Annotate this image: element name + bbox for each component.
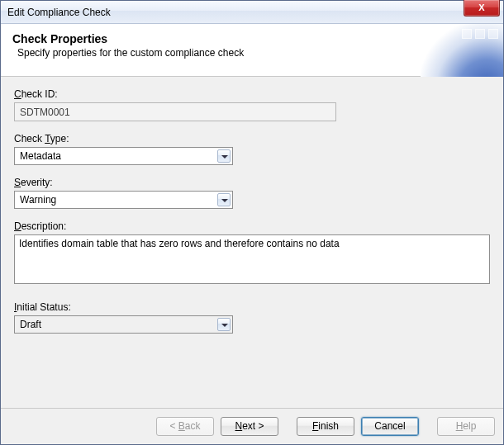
initial-status-field: Initial Status: Draft — [14, 301, 490, 334]
help-button: Help — [437, 417, 495, 436]
header-title: Check Properties — [12, 32, 492, 45]
next-button[interactable]: Next > — [221, 417, 278, 436]
severity-label: Severity: — [14, 177, 490, 188]
chevron-down-icon — [217, 318, 231, 331]
header-subtitle: Specify properties for the custom compli… — [12, 47, 492, 59]
check-type-label: Check Type: — [14, 133, 490, 144]
header-graphic — [421, 24, 503, 77]
initial-status-select[interactable]: Draft — [14, 315, 233, 334]
content-area: Check ID: Check Type: Metadata Severity:… — [1, 77, 503, 408]
description-field: Description: — [14, 220, 490, 286]
check-id-field: Check ID: — [14, 88, 490, 121]
chevron-down-icon — [217, 149, 231, 163]
back-button: < Back — [156, 417, 214, 436]
check-type-field: Check Type: Metadata — [14, 133, 490, 165]
check-id-label: Check ID: — [14, 88, 490, 100]
description-label: Description: — [14, 220, 490, 232]
button-bar: < Back Next > Finish Cancel Help — [1, 408, 503, 444]
chevron-down-icon — [217, 193, 231, 206]
finish-button[interactable]: Finish — [297, 417, 354, 436]
severity-field: Severity: Warning — [14, 177, 490, 209]
initial-status-value: Draft — [20, 319, 41, 330]
description-textarea[interactable] — [14, 234, 490, 284]
close-button[interactable]: X — [464, 0, 500, 17]
dialog-header: Check Properties Specify properties for … — [1, 24, 503, 77]
check-type-value: Metadata — [20, 150, 61, 162]
cancel-button[interactable]: Cancel — [361, 417, 419, 436]
severity-value: Warning — [20, 194, 56, 206]
window-title: Edit Compliance Check — [1, 7, 111, 18]
dialog-window: Edit Compliance Check X Check Properties… — [0, 0, 504, 445]
header-squares-icon — [462, 29, 498, 39]
titlebar: Edit Compliance Check X — [1, 1, 503, 24]
initial-status-label: Initial Status: — [14, 301, 490, 313]
check-id-input[interactable] — [14, 102, 336, 121]
check-type-select[interactable]: Metadata — [14, 147, 233, 165]
severity-select[interactable]: Warning — [14, 191, 233, 209]
